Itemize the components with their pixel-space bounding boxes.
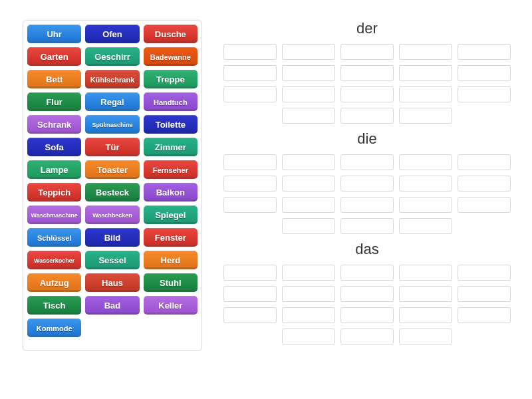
drop-slot[interactable]	[399, 197, 452, 213]
word-tile[interactable]: Fenster	[144, 228, 198, 247]
word-tile[interactable]: Schrank	[27, 115, 81, 134]
word-tile[interactable]: Bad	[85, 296, 139, 315]
drop-slot[interactable]	[458, 265, 511, 281]
word-tile[interactable]: Geschirr	[85, 47, 139, 66]
word-tile[interactable]: Waschmaschine	[27, 205, 81, 224]
drop-group: die	[221, 130, 513, 234]
word-tile[interactable]: Bett	[27, 70, 81, 88]
drop-slot[interactable]	[340, 108, 394, 124]
drop-slot[interactable]	[223, 86, 277, 102]
word-tile[interactable]: Sofa	[27, 138, 81, 156]
word-tile[interactable]: Bild	[85, 228, 139, 247]
word-tile[interactable]: Badewanne	[144, 47, 198, 66]
drop-slot[interactable]	[399, 265, 452, 281]
group-title: das	[221, 241, 513, 258]
word-tile[interactable]: Toaster	[85, 160, 139, 179]
drop-slot[interactable]	[282, 65, 335, 81]
drop-slot[interactable]	[282, 218, 335, 234]
drop-slot[interactable]	[399, 286, 452, 302]
word-tile[interactable]: Uhr	[27, 25, 81, 43]
word-tile[interactable]: Aufzug	[27, 273, 81, 292]
drop-slot[interactable]	[223, 44, 277, 60]
word-tile[interactable]: Herd	[144, 251, 198, 269]
drop-slot[interactable]	[458, 197, 511, 213]
drop-slot[interactable]	[282, 265, 335, 281]
word-tile[interactable]: Spülmaschine	[85, 115, 139, 134]
word-tile[interactable]: Flur	[27, 92, 81, 111]
word-tile[interactable]: Besteck	[85, 183, 139, 201]
slot-container	[221, 44, 513, 124]
drop-slot[interactable]	[223, 176, 277, 192]
word-tile[interactable]: Waschbecken	[85, 205, 139, 224]
word-tile[interactable]: Kommode	[27, 319, 81, 337]
drop-slot[interactable]	[282, 286, 335, 302]
drop-slot[interactable]	[340, 329, 394, 344]
drop-slot[interactable]	[282, 86, 335, 102]
tile-source-panel: UhrOfenDuscheGartenGeschirrBadewanneBett…	[23, 20, 202, 351]
drop-slot[interactable]	[340, 176, 394, 192]
drop-group: der	[221, 20, 513, 124]
drop-slot[interactable]	[282, 307, 335, 323]
drop-slot[interactable]	[223, 307, 277, 323]
word-tile[interactable]: Lampe	[27, 160, 81, 179]
drop-slot[interactable]	[458, 176, 511, 192]
drop-slot[interactable]	[340, 218, 394, 234]
word-tile[interactable]: Tisch	[27, 296, 81, 315]
word-tile[interactable]: Sessel	[85, 251, 139, 269]
word-tile[interactable]: Handtuch	[144, 92, 198, 111]
drop-slot[interactable]	[458, 307, 511, 323]
drop-slot[interactable]	[340, 286, 394, 302]
word-tile[interactable]: Balkon	[144, 183, 198, 201]
drop-slot[interactable]	[340, 86, 394, 102]
drop-slot[interactable]	[340, 44, 394, 60]
drop-slot[interactable]	[399, 86, 452, 102]
word-tile[interactable]: Schlüssel	[27, 228, 81, 247]
word-tile[interactable]: Treppe	[144, 70, 198, 88]
drop-slot[interactable]	[282, 197, 335, 213]
word-tile[interactable]: Garten	[27, 47, 81, 66]
drop-slot[interactable]	[282, 154, 335, 170]
drop-slot[interactable]	[399, 307, 452, 323]
word-tile[interactable]: Fernseher	[144, 160, 198, 179]
word-tile[interactable]: Haus	[85, 273, 139, 292]
word-tile[interactable]: Tür	[85, 138, 139, 156]
drop-slot[interactable]	[340, 265, 394, 281]
word-tile[interactable]: Keller	[144, 296, 198, 315]
drop-slot[interactable]	[458, 65, 511, 81]
drop-slot[interactable]	[282, 44, 335, 60]
drop-slot[interactable]	[458, 44, 511, 60]
drop-slot[interactable]	[340, 65, 394, 81]
word-tile[interactable]: Wasserkocher	[27, 251, 81, 269]
drop-slot[interactable]	[340, 197, 394, 213]
drop-slot[interactable]	[399, 154, 452, 170]
word-tile[interactable]: Kühlschrank	[85, 70, 139, 88]
drop-slot[interactable]	[223, 154, 277, 170]
word-tile[interactable]: Regal	[85, 92, 139, 111]
drop-slot[interactable]	[458, 286, 511, 302]
drop-slot[interactable]	[282, 108, 335, 124]
group-title: der	[221, 20, 513, 37]
drop-slot[interactable]	[458, 86, 511, 102]
drop-slot[interactable]	[340, 307, 394, 323]
word-tile[interactable]: Stuhl	[144, 273, 198, 292]
drop-slot[interactable]	[399, 176, 452, 192]
drop-slot[interactable]	[223, 265, 277, 281]
word-tile[interactable]: Spiegel	[144, 205, 198, 224]
drop-slot[interactable]	[399, 44, 452, 60]
drop-slot[interactable]	[458, 154, 511, 170]
drop-slot[interactable]	[399, 218, 452, 234]
drop-slot[interactable]	[282, 329, 335, 344]
drop-slot[interactable]	[340, 154, 394, 170]
drop-slot[interactable]	[223, 197, 277, 213]
word-tile[interactable]: Teppich	[27, 183, 81, 201]
word-tile[interactable]: Zimmer	[144, 138, 198, 156]
drop-slot[interactable]	[223, 286, 277, 302]
drop-slot[interactable]	[399, 65, 452, 81]
drop-slot[interactable]	[399, 329, 452, 344]
word-tile[interactable]: Dusche	[144, 25, 198, 43]
word-tile[interactable]: Toilette	[144, 115, 198, 134]
drop-slot[interactable]	[223, 65, 277, 81]
word-tile[interactable]: Ofen	[85, 25, 139, 43]
drop-slot[interactable]	[399, 108, 452, 124]
drop-slot[interactable]	[282, 176, 335, 192]
